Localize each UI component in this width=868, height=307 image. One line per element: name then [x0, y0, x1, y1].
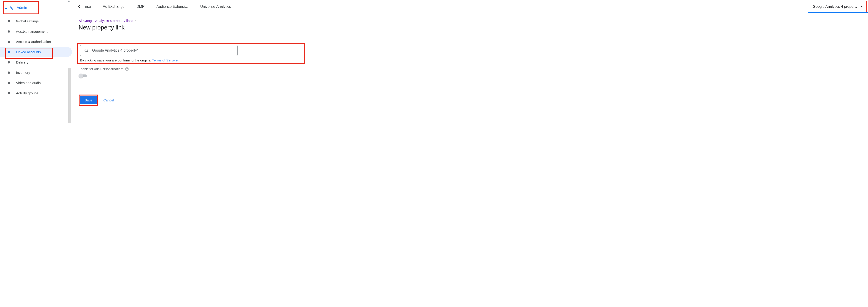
search-icon	[84, 48, 89, 53]
tab-label: nse	[85, 5, 91, 9]
divider	[72, 37, 310, 37]
sidebar-item-ads-txt[interactable]: Ads.txt management	[0, 26, 72, 37]
save-button[interactable]: Save	[80, 96, 97, 104]
tab-label: Audience Extensi…	[157, 5, 189, 9]
sidebar-item-global-settings[interactable]: Global settings	[0, 16, 72, 26]
content: All Google Analytics 4 property links › …	[72, 13, 310, 111]
toggle-thumb	[79, 73, 83, 78]
sidebar-collapse-icon[interactable]	[67, 0, 70, 2]
tab-audience-extension[interactable]: Audience Extensi…	[151, 0, 194, 13]
bullet-icon	[8, 30, 10, 33]
cancel-button[interactable]: Cancel	[103, 98, 114, 102]
tab-dropdown-label: Google Analytics 4 property	[813, 5, 858, 9]
wrench-icon	[8, 5, 13, 10]
sidebar-item-label: Activity groups	[16, 91, 38, 95]
main: nse Ad Exchange DMP Audience Extensi… Un…	[72, 0, 868, 123]
ga4-property-search[interactable]	[80, 45, 238, 56]
back-button[interactable]	[74, 2, 84, 11]
sidebar-scrollbar[interactable]	[68, 68, 71, 123]
bullet-icon	[8, 92, 10, 94]
sidebar-item-label: Access & authorization	[16, 40, 51, 44]
svg-line-1	[87, 51, 88, 52]
bullet-icon	[8, 71, 10, 74]
page-title: New property link	[79, 24, 304, 31]
admin-nav[interactable]: Admin	[4, 2, 38, 13]
chevron-left-icon	[77, 4, 81, 9]
tab-universal-analytics[interactable]: Universal Analytics	[194, 0, 237, 13]
tab-ga4-property-dropdown[interactable]: Google Analytics 4 property	[808, 0, 868, 13]
sidebar-item-label: Inventory	[16, 71, 30, 74]
sidebar-item-label: Global settings	[16, 19, 39, 23]
tab-label: Universal Analytics	[200, 5, 231, 9]
bullet-icon	[8, 51, 10, 53]
admin-highlight: Admin	[3, 1, 39, 14]
chevron-down-icon	[860, 6, 863, 7]
breadcrumb-link[interactable]: All Google Analytics 4 property links	[79, 19, 133, 23]
sidebar-item-label: Video and audio	[16, 81, 41, 85]
breadcrumb: All Google Analytics 4 property links ›	[79, 18, 304, 23]
tos-link[interactable]: Terms of Service	[152, 58, 178, 62]
admin-label: Admin	[17, 6, 27, 10]
bullet-icon	[8, 20, 10, 22]
form-actions: Save Cancel	[79, 95, 304, 106]
chevron-right-icon: ›	[134, 18, 136, 23]
search-block: By clicking save you are confirming the …	[79, 43, 304, 64]
sidebar-item-label: Linked accounts	[16, 50, 41, 54]
sidebar-item-linked-accounts[interactable]: Linked accounts	[0, 47, 72, 57]
sidebar-item-activity-groups[interactable]: Activity groups	[0, 88, 72, 98]
personalization-label-text: Enable for Ads Personalization*	[79, 67, 123, 71]
tabs-row: nse Ad Exchange DMP Audience Extensi… Un…	[72, 0, 868, 13]
sidebar-item-label: Delivery	[16, 60, 28, 64]
tos-line: By clicking save you are confirming the …	[80, 58, 302, 62]
tab-label: Ad Exchange	[103, 5, 125, 9]
tab-ad-exchange[interactable]: Ad Exchange	[97, 0, 130, 13]
ads-personalization-toggle[interactable]	[79, 73, 88, 78]
sidebar-item-delivery[interactable]: Delivery	[0, 57, 72, 67]
caret-left-icon	[5, 8, 7, 9]
tab-label: DMP	[136, 5, 145, 9]
help-icon[interactable]: ?	[125, 67, 129, 71]
bullet-icon	[8, 41, 10, 43]
tab-truncated[interactable]: nse	[84, 0, 97, 13]
tos-prefix: By clicking save you are confirming the …	[80, 58, 152, 62]
tab-dmp[interactable]: DMP	[130, 0, 151, 13]
bullet-icon	[8, 82, 10, 84]
sidebar-item-inventory[interactable]: Inventory	[0, 67, 72, 78]
bullet-icon	[8, 61, 10, 64]
sidebar-item-access-auth[interactable]: Access & authorization	[0, 37, 72, 47]
sidebar-item-label: Ads.txt management	[16, 30, 48, 33]
ga4-property-input[interactable]	[92, 48, 234, 53]
active-tab-underline	[808, 12, 868, 13]
sidebar-item-video-audio[interactable]: Video and audio	[0, 78, 72, 88]
ads-personalization-label: Enable for Ads Personalization* ?	[79, 67, 304, 71]
sidebar: Admin Global settings Ads.txt management…	[0, 0, 72, 123]
sidebar-nav-list: Global settings Ads.txt management Acces…	[0, 16, 72, 98]
